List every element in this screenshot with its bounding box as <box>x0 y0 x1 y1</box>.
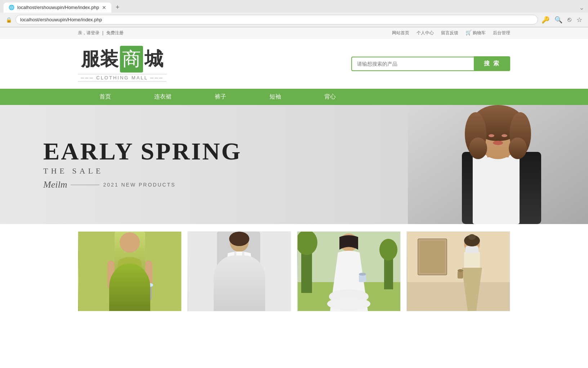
logo-area: 服装商城 ─── CLOTHING MALL ─── <box>78 46 166 82</box>
nav-cart-link[interactable]: 🛒 购物车 <box>466 30 486 36</box>
svg-rect-42 <box>420 241 445 273</box>
svg-rect-27 <box>242 251 244 259</box>
hero-model-area: 🌿 <box>408 105 588 224</box>
product-image-1 <box>78 232 181 311</box>
svg-rect-2 <box>473 154 520 224</box>
nav-profile-link[interactable]: 个人中心 <box>416 30 434 36</box>
svg-point-8 <box>469 137 487 159</box>
svg-rect-26 <box>234 251 236 259</box>
tab-favicon: 🌐 <box>9 5 14 10</box>
nav-item-dress[interactable]: 连衣裙 <box>133 89 193 105</box>
svg-rect-18 <box>149 286 152 300</box>
product-card-1[interactable] <box>78 231 182 311</box>
nav-admin-link[interactable]: 后台管理 <box>493 30 510 36</box>
tab-dropdown-icon[interactable]: ⌄ <box>579 4 584 12</box>
nav-home-link[interactable]: 网站首页 <box>392 30 409 36</box>
browser-chrome: 🌐 localhost/ershouwupin/Home/index.php ✕… <box>0 0 588 27</box>
top-bar-right: 网站首页 个人中心 留言反馈 🛒 购物车 后台管理 <box>392 30 510 36</box>
svg-point-12 <box>493 141 503 145</box>
top-bar-inner: 亲，请登录 | 免费注册 网站首页 个人中心 留言反馈 🛒 购物车 后台管理 <box>78 30 510 36</box>
hero-banner: EARLY SPRING THE SALE Meilm 2021 NEW PRO… <box>0 105 588 224</box>
hero-brand: Meilm <box>43 179 67 190</box>
svg-point-10 <box>489 134 494 137</box>
nav-item-home[interactable]: 首页 <box>78 89 133 105</box>
svg-point-38 <box>359 273 366 276</box>
product-card-2[interactable] <box>187 231 291 311</box>
svg-point-36 <box>327 297 370 310</box>
login-link[interactable]: 亲，请登录 <box>78 30 99 36</box>
hero-left-content: EARLY SPRING THE SALE Meilm 2021 NEW PRO… <box>0 105 408 224</box>
top-bar-left: 亲，请登录 | 免费注册 <box>78 30 124 36</box>
product-img-svg-2 <box>188 232 291 311</box>
cart-icon: 🛒 <box>466 30 472 35</box>
logo-subtitle: ─── CLOTHING MALL ─── <box>78 74 166 82</box>
tab-bar: 🌐 localhost/ershouwupin/Home/index.php ✕… <box>0 0 588 13</box>
cart-label: 购物车 <box>473 30 486 35</box>
key-icon[interactable]: 🔑 <box>542 16 549 24</box>
logo-text: 服装商城 <box>81 46 163 73</box>
top-bar: 亲，请登录 | 免费注册 网站首页 个人中心 留言反馈 🛒 购物车 后台管理 <box>0 27 588 39</box>
url-input[interactable] <box>15 15 538 25</box>
svg-point-11 <box>502 134 507 137</box>
product-image-4 <box>407 232 510 311</box>
nav-bar: 首页 连衣裙 裤子 短袖 背心 <box>0 89 588 105</box>
model-silhouette <box>408 105 588 224</box>
search-button[interactable]: 搜 索 <box>474 56 510 71</box>
hero-brand-row: Meilm 2021 NEW PRODUCTS <box>43 179 408 190</box>
nav-inner: 首页 连衣裙 裤子 短袖 背心 <box>78 89 510 105</box>
nav-feedback-link[interactable]: 留言反馈 <box>441 30 458 36</box>
svg-rect-25 <box>252 260 259 286</box>
hero-subtitle: THE SALE <box>43 166 408 176</box>
svg-point-33 <box>379 239 397 260</box>
active-tab[interactable]: 🌐 localhost/ershouwupin/Home/index.php ✕ <box>4 3 111 13</box>
bookmark-icon[interactable]: ☆ <box>576 16 582 24</box>
svg-point-23 <box>229 232 249 246</box>
tab-close-icon[interactable]: ✕ <box>102 5 106 10</box>
zoom-icon[interactable]: 🔍 <box>554 16 562 24</box>
svg-point-19 <box>147 283 153 287</box>
svg-rect-24 <box>220 260 226 286</box>
new-tab-button[interactable]: + <box>113 2 122 13</box>
svg-point-47 <box>468 234 476 240</box>
address-bar: 🔒 🔑 🔍 ⎋ ☆ <box>0 13 588 27</box>
brand-line <box>71 185 99 185</box>
svg-point-49 <box>458 269 463 272</box>
logo-part1: 服装 <box>81 49 119 69</box>
svg-rect-37 <box>359 275 366 282</box>
product-img-svg-1 <box>79 232 181 311</box>
share-icon[interactable]: ⎋ <box>567 16 571 23</box>
product-image-2 <box>188 232 291 311</box>
nav-item-shortsleeve[interactable]: 短袖 <box>248 89 303 105</box>
product-img-svg-4 <box>407 232 510 311</box>
nav-item-pants[interactable]: 裤子 <box>193 89 248 105</box>
svg-rect-16 <box>107 260 115 289</box>
main-header-inner: 服装商城 ─── CLOTHING MALL ─── 搜 索 <box>78 46 510 82</box>
separator: | <box>102 30 103 35</box>
logo-box: 商 <box>120 46 143 73</box>
hero-title: EARLY SPRING <box>43 139 408 163</box>
main-header: 服装商城 ─── CLOTHING MALL ─── 搜 索 <box>0 39 588 89</box>
nav-item-vest[interactable]: 背心 <box>303 89 357 105</box>
browser-actions: 🔑 🔍 ⎋ ☆ <box>542 16 582 24</box>
svg-rect-45 <box>466 246 478 253</box>
products-grid <box>78 231 510 311</box>
search-area: 搜 索 <box>351 56 510 71</box>
products-section <box>0 224 588 319</box>
product-img-svg-3 <box>298 232 400 311</box>
product-card-4[interactable] <box>406 231 510 311</box>
product-card-3[interactable] <box>297 231 401 311</box>
tab-title: localhost/ershouwupin/Home/index.php <box>17 5 99 10</box>
svg-point-9 <box>509 137 527 159</box>
svg-rect-48 <box>458 271 463 279</box>
search-input[interactable] <box>351 57 474 71</box>
logo-part2: 城 <box>144 49 163 69</box>
svg-point-15 <box>120 232 140 253</box>
product-image-3 <box>297 232 400 311</box>
secure-icon: 🔒 <box>6 17 12 23</box>
register-link[interactable]: 免费注册 <box>106 30 124 36</box>
svg-rect-44 <box>464 251 480 270</box>
hero-brand-sub: 2021 NEW PRODUCTS <box>103 182 175 188</box>
